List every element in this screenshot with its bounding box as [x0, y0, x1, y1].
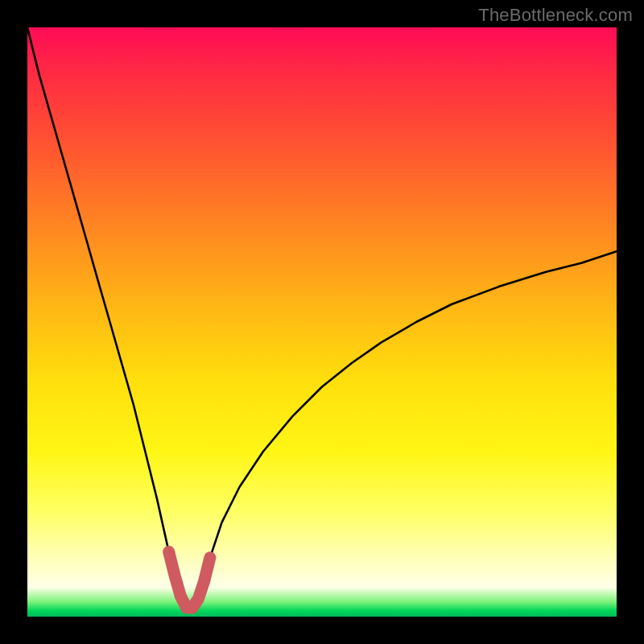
- watermark-text: TheBottleneck.com: [478, 5, 633, 26]
- curve-layer: [27, 27, 617, 617]
- outer-frame: TheBottleneck.com: [0, 0, 644, 644]
- valley-highlight: [169, 552, 210, 609]
- plot-area: [27, 27, 617, 617]
- bottleneck-curve: [27, 27, 617, 608]
